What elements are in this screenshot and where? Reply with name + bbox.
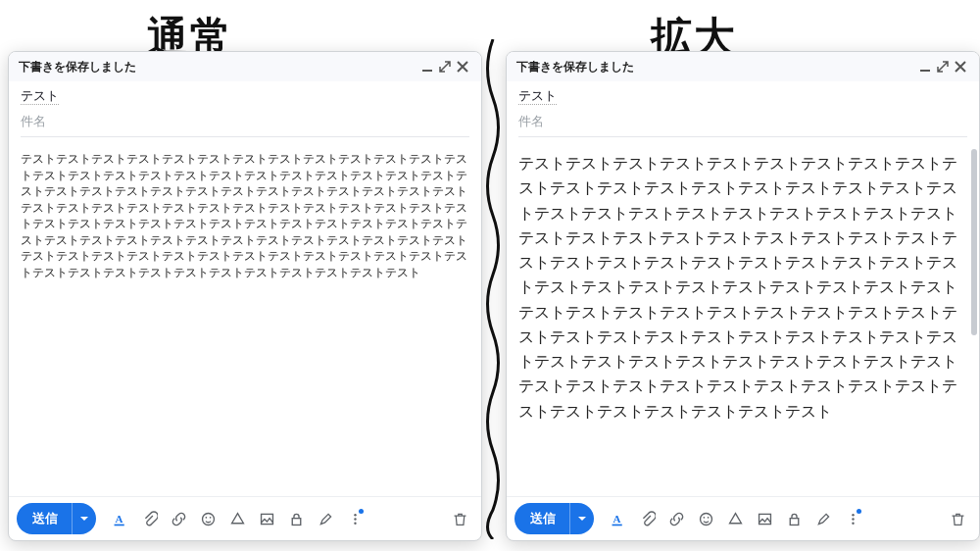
send-button[interactable]: 送信	[17, 503, 72, 534]
body-editor[interactable]: テストテストテストテストテストテストテストテストテストテストテストテストテストテ…	[507, 143, 979, 496]
drive-icon[interactable]	[223, 505, 251, 532]
svg-rect-1	[114, 524, 123, 526]
send-dropdown[interactable]	[72, 503, 96, 534]
svg-point-18	[852, 518, 854, 520]
send-button[interactable]: 送信	[514, 503, 569, 534]
svg-point-3	[205, 516, 207, 518]
svg-rect-5	[261, 514, 272, 524]
svg-point-13	[703, 516, 705, 518]
expand-button[interactable]	[436, 58, 454, 75]
subject-field[interactable]: 件名	[9, 107, 481, 143]
lock-icon[interactable]	[780, 505, 808, 532]
svg-point-7	[354, 514, 356, 516]
svg-point-17	[852, 514, 854, 516]
svg-point-9	[354, 522, 356, 524]
compose-title: 下書きを保存しました	[19, 59, 136, 75]
svg-point-14	[707, 516, 709, 518]
svg-rect-11	[612, 524, 621, 526]
close-button[interactable]	[454, 58, 471, 75]
body-text: テストテストテストテストテストテストテストテストテストテストテストテストテストテ…	[21, 151, 469, 280]
compose-titlebar: 下書きを保存しました	[507, 52, 979, 81]
link-icon[interactable]	[165, 505, 192, 532]
more-icon[interactable]	[341, 505, 368, 532]
svg-text:A: A	[115, 512, 122, 524]
body-editor[interactable]: テストテストテストテストテストテストテストテストテストテストテストテストテストテ…	[9, 143, 481, 496]
svg-point-12	[700, 513, 711, 525]
subject-placeholder: 件名	[518, 113, 967, 137]
emoji-icon[interactable]	[692, 505, 719, 532]
drive-icon[interactable]	[721, 505, 749, 532]
more-icon[interactable]	[839, 505, 866, 532]
svg-point-2	[202, 513, 214, 525]
svg-rect-15	[759, 514, 770, 524]
svg-rect-6	[292, 518, 301, 525]
emoji-icon[interactable]	[194, 505, 221, 532]
svg-point-4	[209, 516, 211, 518]
compose-toolbar: 送信 A	[507, 496, 979, 540]
send-label: 送信	[530, 510, 556, 527]
send-split-button: 送信	[514, 503, 594, 534]
link-icon[interactable]	[662, 505, 690, 532]
to-value: テスト	[518, 88, 557, 105]
svg-rect-16	[790, 518, 799, 525]
scrollbar-thumb[interactable]	[971, 149, 977, 335]
subject-placeholder: 件名	[21, 113, 469, 137]
photo-icon[interactable]	[751, 505, 778, 532]
photo-icon[interactable]	[253, 505, 280, 532]
trash-icon[interactable]	[446, 505, 473, 532]
pen-icon[interactable]	[809, 505, 837, 532]
send-split-button: 送信	[17, 503, 96, 534]
compose-title: 下書きを保存しました	[516, 59, 634, 75]
body-text: テストテストテストテストテストテストテストテストテストテストテストテストテストテ…	[518, 151, 967, 424]
attach-icon[interactable]	[633, 505, 661, 532]
to-field[interactable]: テスト	[507, 81, 979, 107]
to-field[interactable]: テスト	[9, 81, 481, 107]
compose-toolbar: 送信 A	[9, 496, 481, 540]
send-dropdown[interactable]	[569, 503, 594, 534]
pen-icon[interactable]	[312, 505, 339, 532]
svg-text:A: A	[612, 512, 620, 524]
format-icon[interactable]: A	[106, 505, 133, 532]
format-icon[interactable]: A	[604, 505, 631, 532]
trash-icon[interactable]	[944, 505, 971, 532]
lock-icon[interactable]	[282, 505, 310, 532]
send-label: 送信	[32, 510, 58, 527]
squiggle-divider	[482, 39, 504, 539]
close-button[interactable]	[952, 58, 969, 75]
attach-icon[interactable]	[135, 505, 163, 532]
subject-field[interactable]: 件名	[507, 107, 979, 143]
svg-point-19	[852, 522, 854, 524]
compose-titlebar: 下書きを保存しました	[9, 52, 481, 81]
minimize-button[interactable]	[916, 58, 934, 75]
background-strip	[0, 0, 980, 8]
expand-button[interactable]	[934, 58, 952, 75]
compose-window-normal: 下書きを保存しました テスト 件名 テストテストテストテストテストテストテストテ…	[8, 51, 482, 541]
minimize-button[interactable]	[418, 58, 436, 75]
svg-point-8	[354, 518, 356, 520]
compose-window-enlarged: 下書きを保存しました テスト 件名 テストテストテストテストテストテストテストテ…	[506, 51, 980, 541]
to-value: テスト	[21, 88, 59, 105]
